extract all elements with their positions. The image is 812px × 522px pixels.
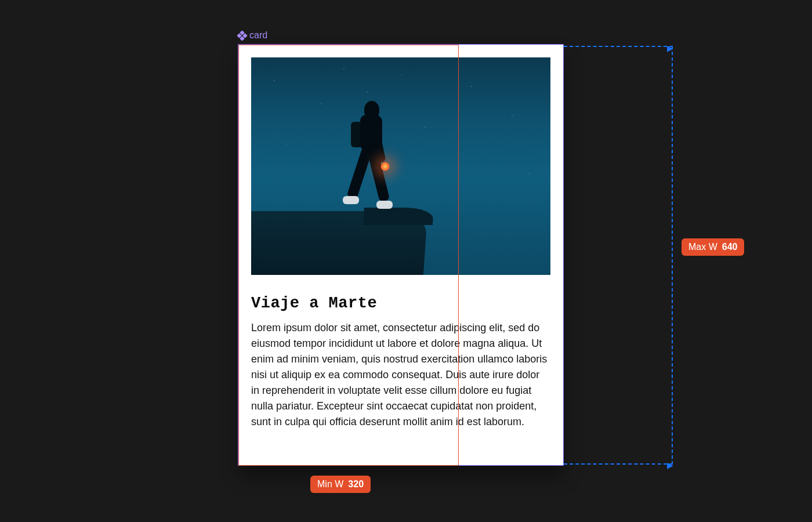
- image-lantern-glow: [380, 161, 390, 172]
- component-label[interactable]: card: [238, 30, 267, 41]
- card-title: Viaje a Marte: [251, 295, 550, 312]
- card-body-text: Lorem ipsum dolor sit amet, consectetur …: [251, 320, 550, 430]
- max-width-guide[interactable]: [564, 46, 673, 465]
- card-image: [251, 57, 550, 275]
- max-width-badge[interactable]: Max W 640: [682, 238, 744, 256]
- min-width-badge[interactable]: Min W 320: [310, 476, 371, 493]
- min-width-value: 320: [348, 479, 364, 490]
- arrow-icon: ▶: [667, 44, 673, 53]
- card: Viaje a Marte Lorem ipsum dolor sit amet…: [238, 45, 563, 465]
- component-name-text: card: [249, 30, 267, 41]
- image-person: [344, 101, 390, 217]
- arrow-icon: ▶: [667, 461, 673, 470]
- card-frame[interactable]: Viaje a Marte Lorem ipsum dolor sit amet…: [238, 45, 563, 465]
- min-width-guide-bottom: [238, 465, 459, 466]
- design-canvas[interactable]: card Viaje a Marte Lorem: [0, 0, 812, 522]
- max-width-label: Max W: [688, 242, 717, 252]
- image-rock: [251, 211, 428, 275]
- min-width-label: Min W: [317, 479, 343, 490]
- max-width-value: 640: [722, 242, 738, 252]
- component-icon: [237, 30, 247, 41]
